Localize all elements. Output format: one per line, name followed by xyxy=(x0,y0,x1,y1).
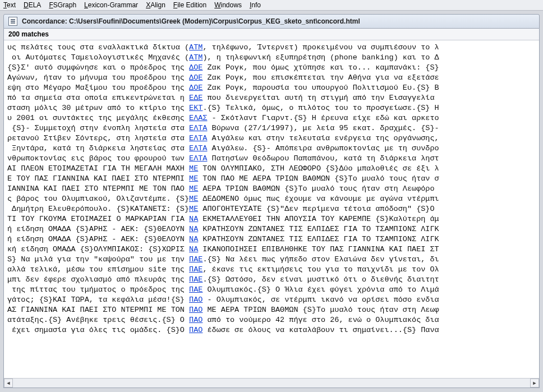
row-keyword[interactable]: ΝΑ xyxy=(189,235,198,243)
scroll-track[interactable] xyxy=(13,379,530,388)
row-keyword[interactable]: ΑΤΜ xyxy=(189,53,203,62)
concordance-row[interactable]: οι Αυτόματες Ταμειολογιστικές Μηχανές (Α… xyxy=(7,53,536,63)
row-keyword[interactable]: ΕΛΤΑ xyxy=(189,144,207,153)
menu-dela[interactable]: DELA xyxy=(24,1,41,9)
menu-fsgraph[interactable]: FSGraph xyxy=(49,1,76,9)
row-right: ΤΟΝ ΠΑΟ ΜΕ ΑΕΡΑ ΤΡΙΩΝ ΒΑΘΜΩΝ {S}Το μυαλό… xyxy=(198,174,439,183)
row-left: πό τα σημεία στα οποία επικεντρώνεται η xyxy=(7,94,189,102)
row-keyword[interactable]: ΠΑΕ xyxy=(189,265,203,274)
menu-xalign[interactable]: XAlign xyxy=(146,1,165,9)
concordance-row[interactable]: ή είδηση ΟΜΑΔΑ {S}ΑΡΗΣ - ΑΕΚ: {S}ΘΕΛΟΥΝ … xyxy=(7,234,536,245)
window-titlebar[interactable]: Concordance: C:\Users\Foufini\Documents\… xyxy=(3,14,540,29)
concordance-row[interactable]: κή είδηση ΟΜΑΔΑ {S}ΟΛΥΜΠΙΑΚΟΣ: {S}ΧΩΡΙΣ … xyxy=(7,245,536,255)
concordance-row[interactable]: έχει σημασία για όλες τις ομάδες. {S}Ο Π… xyxy=(7,325,536,335)
concordance-row[interactable]: S} Να μιλά για την "καψούρα" του με την … xyxy=(7,255,536,265)
menu-windows[interactable]: Windows xyxy=(214,1,242,9)
menu-info[interactable]: Info xyxy=(250,1,261,9)
concordance-row[interactable]: γάτος; {S}ΚΑΙ ΤΩΡΑ, τα κεφάλια μέσα!{S} … xyxy=(7,295,536,305)
row-right: ΔΕΔΟΜΕΝΟ όμως πως έχουμε να κάνουμε με α… xyxy=(198,195,439,203)
row-left: κή είδηση ΟΜΑΔΑ {S}ΟΛΥΜΠΙΑΚΟΣ: {S}ΧΩΡΙΣ xyxy=(7,245,189,253)
row-right: Αιγάλεω. {S}- Απόπειρα ανθρωποκτονίας με… xyxy=(207,144,439,153)
row-left: σταση μόλις 30 μέτρων από το κτίριο της xyxy=(7,104,189,112)
row-left: ΙΑΝΝΙΝΑ ΚΑΙ ΠΑΕΙ ΣΤΟ ΝΤΕΡΜΠΙ ΜΕ ΤΟΝ ΠΑΟ xyxy=(7,185,189,193)
row-left: έχει σημασία για όλες τις ομάδες. {S}Ο xyxy=(7,326,189,334)
menu-file-edition[interactable]: File Edition xyxy=(173,1,206,9)
row-keyword[interactable]: ΠΑΟ xyxy=(189,306,203,314)
row-keyword[interactable]: ΔΟΕ xyxy=(189,84,203,92)
concordance-row[interactable]: υς πελάτες τους στα εναλλακτικά δίκτυα (… xyxy=(7,43,536,53)
concordance-row[interactable]: ΙΑΝΝΙΝΑ ΚΑΙ ΠΑΕΙ ΣΤΟ ΝΤΕΡΜΠΙ ΜΕ ΤΟΝ ΠΑΟ … xyxy=(7,184,536,194)
concordance-row[interactable]: ΤΙ ΤΟΥ ΓΚΟΥΜΑ ΕΤΟΙΜΑΖΕΙ Ο ΜΑΡΚΑΡΙΑΝ ΓΙΑ … xyxy=(7,214,536,224)
row-keyword[interactable]: ΝΑ xyxy=(189,215,198,223)
row-right: ΚΡΑΤΗΣΟΥΝ ΖΩΝΤΑΝΕΣ ΤΙΣ ΕΛΠΙΔΕΣ ΓΙΑ ΤΟ ΤΣ… xyxy=(198,225,439,233)
row-keyword[interactable]: ΔΟΕ xyxy=(189,63,203,72)
row-left: υς πελάτες τους στα εναλλακτικά δίκτυα ( xyxy=(7,43,189,52)
row-keyword[interactable]: ΜΕ xyxy=(189,174,198,183)
row-right: Ζακ Ρογκ, που όμως χτύπησε και το... καμ… xyxy=(203,63,439,72)
row-left: {S}- Συμμετοχή στην ένοπλη ληστεία στα xyxy=(7,124,189,132)
row-keyword[interactable]: ΕΚΤ xyxy=(189,104,203,112)
row-left: εψη στο Μέγαρο Μαξίμου του προέδρου της xyxy=(7,84,189,92)
row-left: αλλά τελικά, μέσω του επίσημου site της xyxy=(7,265,189,274)
concordance-row[interactable]: ατάταξης.{S} Ανέβηκε τρεις θέσεις.{S} Ο … xyxy=(7,315,536,325)
row-keyword[interactable]: ΠΑΟ xyxy=(189,326,203,334)
row-keyword[interactable]: ΜΕ xyxy=(189,195,198,203)
row-keyword[interactable]: ΝΑ xyxy=(189,245,198,253)
concordance-row[interactable]: ΑΣ ΓΙΑΝΝΙΝΑ ΚΑΙ ΠΑΕΙ ΣΤΟ ΝΤΕΡΜΠΙ ΜΕ ΤΟΝ … xyxy=(7,305,536,315)
concordance-row[interactable]: {S}Σ' αυτό συμφώνησε και ο πρόεδρος της … xyxy=(7,63,536,73)
concordance-row[interactable]: ρετανού Στίβεν Σόντερς, στη ληστεία στα … xyxy=(7,133,536,144)
concordance-row[interactable]: ς βάρος του Ολυμπιακού, Ολιζαντέμπε. {S}… xyxy=(7,194,536,204)
concordance-row[interactable]: ΑΙ ΠΛΕΟΝ ΕΤΟΙΜΑΖΕΤΑΙ ΓΙΑ ΤΗ ΜΕΓΑΛΗ ΜΑΧΗ … xyxy=(7,164,536,174)
menu-lexicon-grammar[interactable]: Lexicon-Grammar xyxy=(84,1,138,9)
row-keyword[interactable]: ΠΑΟ xyxy=(189,296,203,304)
row-right: Ζακ Ρογκ, παρουσία του υπουργού Πολιτισμ… xyxy=(203,84,439,92)
row-keyword[interactable]: ΕΛΑΣ xyxy=(189,114,207,122)
row-keyword[interactable]: ΕΛΤΑ xyxy=(189,134,207,142)
row-right: ), η τηλεφωνική εξυπηρέτηση (phone banki… xyxy=(203,53,439,62)
row-keyword[interactable]: ΠΑΟ xyxy=(189,316,203,324)
concordance-row[interactable]: μπι δεν έφερε σχολιασμό από πλευράς της … xyxy=(7,275,536,285)
row-keyword[interactable]: ΜΕ xyxy=(189,164,198,173)
row-left: ΑΣ ΓΙΑΝΝΙΝΑ ΚΑΙ ΠΑΕΙ ΣΤΟ ΝΤΕΡΜΠΙ ΜΕ ΤΟΝ xyxy=(7,306,189,314)
row-keyword[interactable]: ΔΟΕ xyxy=(189,73,203,82)
row-keyword[interactable]: ΕΛΤΑ xyxy=(189,154,207,163)
row-right: .{S} Τελικά, όμως, ο πιλότος του το προσ… xyxy=(203,104,439,112)
row-keyword[interactable]: ΝΑ xyxy=(189,225,198,233)
concordance-row[interactable]: υ 2001 οι συντάκτες της μεγάλης έκθεσης … xyxy=(7,113,536,123)
scroll-right-button[interactable]: ► xyxy=(530,379,539,388)
concordance-view[interactable]: υς πελάτες τους στα εναλλακτικά δίκτυα (… xyxy=(4,40,539,378)
window-title: Concordance: C:\Users\Foufini\Documents\… xyxy=(22,17,360,25)
row-keyword[interactable]: ΜΕ xyxy=(189,205,198,213)
row-right: ΕΚΜΕΤΑΛΛΕΥΘΕΙ ΤΗΝ ΑΠΟΥΣΙΑ ΤΟΥ ΚΑΡΕΜΠΕ {S… xyxy=(198,215,439,223)
row-keyword[interactable]: ΠΑΕ xyxy=(189,285,203,294)
concordance-row[interactable]: Ξηντάρα, κατά τη διάρκεια ληστείας στα Ε… xyxy=(7,144,536,154)
row-right: από το νούμερο 42 πήγε στο 26, ενώ ο Ολυ… xyxy=(203,316,439,324)
row-keyword[interactable]: ΠΑΕ xyxy=(189,275,203,284)
concordance-row[interactable]: σταση μόλις 30 μέτρων από το κτίριο της … xyxy=(7,103,536,113)
row-right: ΙΚΑΝΟΠΟΙΗΣΕΙ ΕΠΙΒΛΗΘΗΚΕ ΤΟΥ ΠΑΣ ΓΙΑΝΝΙΝΑ… xyxy=(198,245,439,253)
concordance-row[interactable]: της πίττας του τμήματος ο πρόεδρος της Π… xyxy=(7,285,536,295)
row-right: Βύρωνα (27/1/1997), με λεία 95 εκατ. δρα… xyxy=(207,124,439,132)
concordance-row[interactable]: νθρωποκτονίας εις βάρος του φρουρού των … xyxy=(7,154,536,164)
concordance-row[interactable]: αλλά τελικά, μέσω του επίσημου site της … xyxy=(7,265,536,275)
scroll-left-button[interactable]: ◄ xyxy=(4,379,13,388)
row-keyword[interactable]: ΕΛΤΑ xyxy=(189,124,207,132)
menu-text[interactable]: Text xyxy=(3,1,16,9)
concordance-text[interactable]: υς πελάτες τους στα εναλλακτικά δίκτυα (… xyxy=(4,40,539,338)
concordance-row[interactable]: πό τα σημεία στα οποία επικεντρώνεται η … xyxy=(7,93,536,103)
concordance-row[interactable]: Αγώνων, ήταν το μήνυμα του προέδρου της … xyxy=(7,73,536,83)
concordance-row[interactable]: Ε ΤΟΥ ΠΑΣ ΓΙΑΝΝΙΝΑ ΚΑΙ ΠΑΕΙ ΣΤΟ ΝΤΕΡΜΠΙ … xyxy=(7,174,536,184)
row-right: Πατησίων Θεόδωρου Παπαπάνου, κατά τη διά… xyxy=(207,154,439,163)
concordance-row[interactable]: Δημήτρη Ελευθερόπουλο. {S}ΚΑΤΑΝΕΤΣ: {S}Μ… xyxy=(7,204,536,214)
row-keyword[interactable]: ΕΔΕ xyxy=(189,94,203,102)
row-keyword[interactable]: ΠΑΕ xyxy=(189,255,203,264)
row-right: που διενεργείται αυτή τη στιγμή από την … xyxy=(203,94,434,102)
row-keyword[interactable]: ΑΤΜ xyxy=(189,43,203,52)
row-left: ρετανού Στίβεν Σόντερς, στη ληστεία στα xyxy=(7,134,189,142)
row-right: - Ολυμπιακός, σε ντέρμπι ικανό να ορίσει… xyxy=(203,296,439,304)
concordance-row[interactable]: {S}- Συμμετοχή στην ένοπλη ληστεία στα Ε… xyxy=(7,123,536,133)
horizontal-scrollbar[interactable]: ◄ ► xyxy=(4,378,539,388)
row-keyword[interactable]: ΜΕ xyxy=(189,185,198,193)
concordance-row[interactable]: ή είδηση ΟΜΑΔΑ {S}ΑΡΗΣ - ΑΕΚ: {S}ΘΕΛΟΥΝ … xyxy=(7,224,536,234)
concordance-row[interactable]: εψη στο Μέγαρο Μαξίμου του προέδρου της … xyxy=(7,83,536,93)
